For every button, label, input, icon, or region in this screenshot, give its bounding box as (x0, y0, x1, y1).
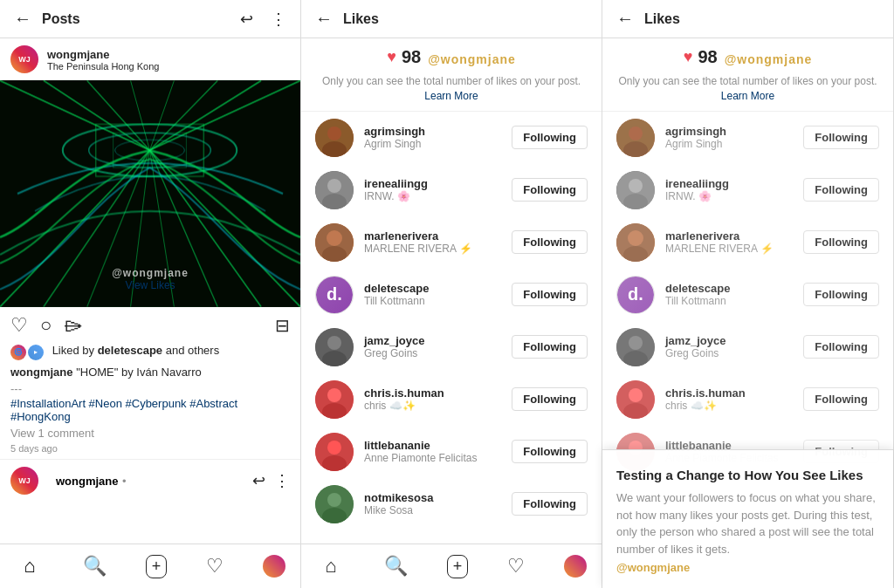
second-post-username: wongmjane (56, 475, 119, 488)
user-info-deletescape-3: deletescape Till Kottmann (665, 282, 803, 307)
nav-profile-avatar[interactable] (263, 555, 285, 578)
heart-filled-icon-3: ♥ (684, 48, 693, 66)
following-btn-jamz[interactable]: Following (512, 335, 588, 359)
back-arrow-icon[interactable]: ← (14, 9, 31, 29)
bottom-nav-1: ⌂ 🔍 + ♡ (0, 544, 300, 588)
post-username: wongmjane (47, 48, 290, 61)
liked-by-label: Liked by (52, 344, 94, 357)
post-watermark-area: @wongmjane View Likes (0, 274, 300, 290)
user-name-jamz-3: Greg Goins (665, 347, 803, 359)
following-btn-irene-3[interactable]: Following (803, 178, 879, 202)
overlay-watermark: @wongmjane (616, 561, 879, 574)
user-handle-little: littlebananie (364, 439, 512, 452)
user-avatar-jamz[interactable] (315, 328, 354, 366)
likes-back-icon-2[interactable]: ← (315, 9, 333, 29)
user-info-notmike: notmikesosa Mike Sosa (364, 491, 512, 516)
user-handle-deletescape-3: deletescape (665, 282, 803, 295)
second-post-more-icon[interactable]: ⋮ (274, 471, 290, 490)
learn-more-link-2[interactable]: Learn More (424, 90, 478, 102)
user-avatar-chris-3[interactable] (616, 380, 655, 419)
user-avatar-little[interactable] (315, 433, 354, 471)
user-avatar-jamz-3[interactable] (616, 328, 655, 366)
user-name-irene-3: IRNW. 🌸 (665, 190, 803, 202)
user-name-deletescape: Till Kottmann (364, 295, 512, 307)
user-avatar-marlene-3[interactable] (616, 223, 655, 262)
following-btn-chris-3[interactable]: Following (803, 387, 879, 411)
likes-title-2: Likes (343, 11, 588, 27)
posts-title: Posts (42, 11, 240, 27)
following-btn-deletescape-3[interactable]: Following (803, 283, 879, 306)
likes-privacy-3b: Learn More (616, 89, 879, 104)
following-btn-marlene[interactable]: Following (512, 230, 588, 254)
following-btn-agrimsingh-3[interactable]: Following (803, 126, 879, 149)
second-post-reply-icon[interactable]: ↩ (252, 471, 265, 490)
user-avatar-deletescape[interactable]: d. (315, 276, 354, 314)
following-btn-little[interactable]: Following (512, 440, 588, 463)
nav2-add-icon[interactable]: + (447, 555, 469, 578)
post-comment-link[interactable]: View 1 comment (0, 425, 300, 441)
post-caption: wongmjane "HOME" by Iván Navarro (0, 364, 300, 382)
reply-icon[interactable]: ↩ (240, 10, 253, 29)
following-btn-irene[interactable]: Following (512, 178, 588, 202)
post-header-icons: ↩ ⋮ (240, 10, 286, 29)
user-name-little: Anne Piamonte Felicitas (364, 452, 512, 464)
svg-point-26 (327, 179, 341, 193)
nav-search-icon[interactable]: 🔍 (74, 551, 115, 581)
and-others-text: and others (166, 344, 219, 357)
second-post-icons: ↩ ⋮ (252, 471, 290, 490)
list-item: d. deletescape Till Kottmann Following (602, 269, 893, 321)
user-info-chris: chris.is.human chris ☁️✨ (364, 386, 512, 412)
user-avatar-agrimsingh-3[interactable] (616, 119, 655, 157)
comment-icon[interactable]: ○ (40, 314, 52, 337)
liked-text: Liked by deletescape and others (52, 344, 220, 357)
caption-text: "HOME" by Iván Navarro (76, 366, 202, 379)
post-likes-row: 🌀 ▸ Liked by deletescape and others (0, 344, 300, 364)
nav-heart-icon[interactable]: ♡ (197, 551, 232, 581)
likes-number-3: 98 (698, 47, 717, 67)
view-likes-link[interactable]: View Likes (125, 279, 175, 291)
bookmark-icon[interactable]: ⊟ (275, 315, 290, 336)
nav2-home-icon[interactable]: ⌂ (316, 551, 345, 581)
user-name-agrimsingh: Agrim Singh (364, 138, 512, 150)
following-btn-agrimsingh[interactable]: Following (512, 126, 588, 149)
likes-count-row-2: ♥ 98 (387, 47, 421, 67)
post-user-avatar[interactable]: WJ (10, 45, 38, 73)
like-icon[interactable]: ♡ (10, 314, 28, 337)
share-icon[interactable]: ⌲ (64, 314, 83, 337)
following-btn-marlene-3[interactable]: Following (803, 230, 879, 254)
user-avatar-notmike[interactable] (315, 485, 354, 523)
likes-back-icon-3[interactable]: ← (616, 9, 634, 29)
user-avatar-agrimsingh[interactable] (315, 119, 354, 157)
nav2-search-icon[interactable]: 🔍 (375, 551, 416, 581)
likes-privacy-2: Only you can see the total number of lik… (315, 74, 588, 89)
likes-number-2: 98 (402, 47, 421, 67)
user-avatar-irene-3[interactable] (616, 171, 655, 209)
following-btn-notmike[interactable]: Following (512, 492, 588, 516)
user-avatar-deletescape-3[interactable]: d. (616, 276, 655, 314)
learn-more-link-3[interactable]: Learn More (721, 90, 774, 102)
post-tags[interactable]: #InstallationArt #Neon #Cyberpunk #Abstr… (0, 395, 300, 425)
following-btn-chris[interactable]: Following (512, 387, 588, 411)
nav2-heart-icon[interactable]: ♡ (499, 551, 533, 581)
caption-username[interactable]: wongmjane (10, 366, 73, 379)
second-post-avatar[interactable]: WJ (10, 467, 38, 495)
nav-home-icon[interactable]: ⌂ (15, 551, 44, 581)
nav-add-icon[interactable]: + (146, 555, 168, 578)
list-item: notmikesosa Mike Sosa Following (301, 478, 602, 530)
liked-by-name[interactable]: deletescape (98, 344, 162, 357)
nav2-profile-avatar[interactable] (564, 555, 587, 578)
post-feed: WJ wongmjane The Peninsula Hong Kong (0, 38, 300, 544)
following-btn-deletescape[interactable]: Following (512, 283, 588, 306)
user-info-agrimsingh: agrimsingh Agrim Singh (364, 125, 512, 150)
more-options-icon[interactable]: ⋮ (271, 10, 286, 29)
panel-likes-2: ← Likes ♥ 98 @wongmjane Only you can see… (301, 0, 602, 588)
post-time: 5 days ago (0, 441, 300, 455)
user-avatar-chris[interactable] (315, 380, 354, 419)
likes-count-area-3: ♥ 98 @wongmjane Only you can see the tot… (602, 38, 893, 112)
user-handle-jamz-3: jamz_joyce (665, 334, 803, 347)
likes-title-3: Likes (644, 11, 879, 27)
user-avatar-marlene[interactable] (315, 223, 354, 262)
user-name-irene: IRNW. 🌸 (364, 190, 512, 202)
following-btn-jamz-3[interactable]: Following (803, 335, 879, 359)
user-avatar-irene[interactable] (315, 171, 354, 209)
